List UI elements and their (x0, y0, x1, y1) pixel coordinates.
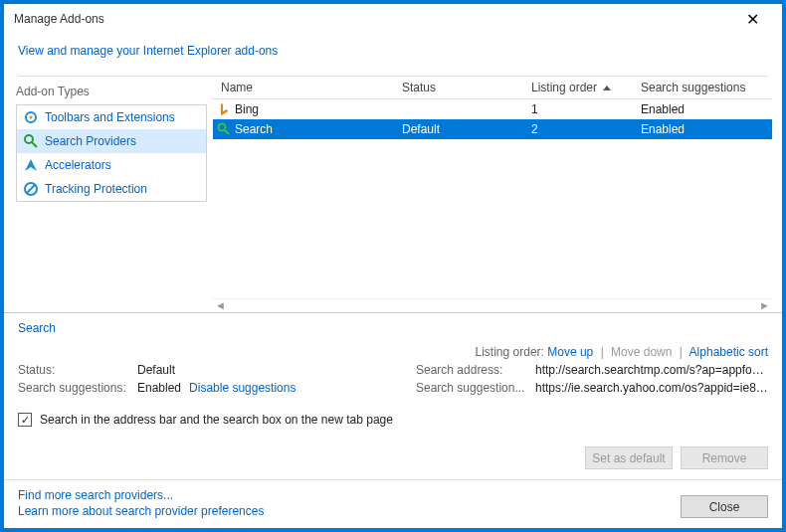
close-button[interactable]: Close (681, 495, 768, 518)
sort-asc-icon (603, 86, 611, 90)
provider-order: 1 (531, 102, 641, 116)
sidebar-heading: Add-on Types (16, 85, 207, 98)
footer: Find more search providers... Learn more… (4, 479, 782, 528)
sidebar-item-search-providers[interactable]: Search Providers (17, 129, 206, 153)
provider-suggestions: Enabled (641, 102, 772, 116)
provider-table: Name Status Listing order Search suggest… (213, 77, 782, 312)
sidebar-item-label: Toolbars and Extensions (45, 110, 175, 124)
provider-suggestions: Enabled (641, 122, 772, 136)
provider-order: 2 (531, 122, 641, 136)
column-listing-order[interactable]: Listing order (531, 81, 641, 94)
sidebar-item-label: Search Providers (45, 134, 136, 148)
set-as-default-button: Set as default (585, 446, 673, 469)
alphabetic-sort-link[interactable]: Alphabetic sort (689, 345, 768, 359)
details-pane: Search Listing order: Move up | Move dow… (4, 312, 782, 479)
svg-line-5 (27, 185, 35, 193)
table-row[interactable]: Search Default 2 Enabled (213, 119, 772, 139)
svg-point-2 (25, 135, 33, 143)
close-icon[interactable]: ✕ (732, 10, 772, 29)
horizontal-scrollbar[interactable]: ◄ ► (213, 298, 772, 312)
sidebar-item-label: Accelerators (45, 158, 111, 172)
search-address-value: http://search.searchtmp.com/s?ap=appfocu… (535, 363, 768, 377)
search-icon (217, 122, 231, 136)
suggestions-value: Enabled (137, 381, 181, 395)
search-in-address-bar-checkbox[interactable]: ✓ (18, 413, 32, 427)
provider-name: Search (235, 122, 273, 136)
find-more-providers-link[interactable]: Find more search providers... (18, 488, 264, 502)
arrow-icon (23, 157, 39, 173)
sidebar-item-label: Tracking Protection (45, 182, 147, 196)
sidebar-item-accelerators[interactable]: Accelerators (17, 153, 206, 177)
status-value: Default (137, 363, 175, 377)
column-status[interactable]: Status (402, 81, 531, 94)
table-header: Name Status Listing order Search suggest… (213, 77, 772, 99)
svg-point-1 (30, 116, 33, 119)
svg-point-6 (219, 124, 226, 131)
table-row[interactable]: Bing 1 Enabled (213, 99, 772, 119)
suggestion-address-label: Search suggestion... (416, 381, 535, 395)
scroll-left-icon[interactable]: ◄ (215, 299, 226, 312)
svg-line-3 (32, 142, 37, 147)
search-address-label: Search address: (416, 363, 535, 377)
addon-types-list: Toolbars and Extensions Search Providers… (16, 104, 207, 202)
move-up-link[interactable]: Move up (547, 345, 593, 359)
svg-line-7 (225, 130, 229, 134)
remove-button: Remove (681, 446, 768, 469)
sidebar-item-tracking-protection[interactable]: Tracking Protection (17, 177, 206, 201)
suggestion-address-value: https://ie.search.yahoo.com/os?appid=ie8… (535, 381, 768, 395)
block-icon (23, 181, 39, 197)
column-name[interactable]: Name (213, 81, 402, 94)
gear-icon (23, 109, 39, 125)
titlebar: Manage Add-ons ✕ (4, 4, 782, 34)
provider-name: Bing (235, 102, 259, 116)
bing-icon (217, 102, 231, 116)
column-search-suggestions[interactable]: Search suggestions (641, 81, 772, 94)
provider-status: Default (402, 122, 531, 136)
sidebar-item-toolbars[interactable]: Toolbars and Extensions (17, 105, 206, 129)
manage-addons-window: Manage Add-ons ✕ View and manage your In… (0, 0, 786, 532)
listing-order-actions: Listing order: Move up | Move down | Alp… (18, 345, 768, 359)
window-title: Manage Add-ons (14, 12, 732, 26)
move-down-link: Move down (611, 345, 672, 359)
checkbox-label: Search in the address bar and the search… (40, 413, 393, 427)
details-title: Search (18, 321, 768, 335)
suggestions-label: Search suggestions: (18, 381, 137, 395)
view-manage-link[interactable]: View and manage your Internet Explorer a… (18, 44, 278, 58)
disable-suggestions-link[interactable]: Disable suggestions (189, 381, 295, 395)
search-icon (23, 133, 39, 149)
sidebar: Add-on Types Toolbars and Extensions Sea… (4, 77, 213, 312)
scroll-right-icon[interactable]: ► (759, 299, 770, 312)
status-label: Status: (18, 363, 137, 377)
learn-more-link[interactable]: Learn more about search provider prefere… (18, 504, 264, 518)
